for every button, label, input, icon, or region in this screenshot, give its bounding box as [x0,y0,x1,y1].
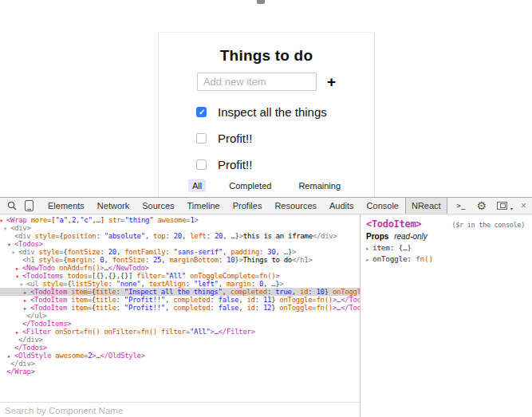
tree-row[interactable]: </div> [0,360,360,368]
tree-row[interactable]: </TodoItems> [0,320,360,328]
tab-network[interactable]: Network [91,198,136,214]
add-item-row: + [159,73,374,91]
collapse-arrow-icon[interactable]: ▾ [12,249,18,256]
collapse-arrow-icon[interactable]: ▾ [16,273,22,280]
tab-audits[interactable]: Audits [323,198,361,214]
todo-checkbox[interactable] [196,159,207,170]
expand-arrow-icon[interactable]: ▸ [8,352,14,360]
readonly-label: read-only [394,232,428,241]
collapse-arrow-icon[interactable]: ▾ [8,241,14,248]
expand-arrow-icon[interactable]: ▸ [24,289,30,296]
todo-label: Profit!! [218,132,252,145]
todo-item: Inspect all the things [196,104,374,120]
tree-row[interactable]: ▾<Wrap more=["a",2,"c",…] str="thing" aw… [0,216,360,224]
filter-all[interactable]: All [188,179,206,192]
tab-elements[interactable]: Elements [41,198,91,214]
tree-row[interactable]: ▸<OldStyle awesome=2>…</OldStyle> [0,352,360,360]
tree-row[interactable]: ▾<TodoItems todos=[{},{},{}] filter="All… [0,272,360,280]
console-drawer-icon[interactable]: >_ [457,202,466,210]
selected-component-name: <TodoItem> [366,218,421,230]
todo-checkbox[interactable] [196,133,207,144]
inspect-element-icon[interactable] [6,200,18,211]
tab-console[interactable]: Console [361,198,405,214]
dock-options-caret-icon[interactable]: ▾ [510,206,513,214]
expand-arrow-icon[interactable]: ▸ [366,246,372,252]
todo-item: Profit!! [196,130,374,146]
props-label: Props [366,232,388,241]
tree-row[interactable]: ▸<TodoItem item={title: "Profit!!", comp… [0,304,360,312]
device-mode-icon[interactable] [25,200,33,211]
props-subheader: Props read-only [366,232,526,241]
prop-rows: ▸item: {…}▸onToggle: fn() [366,243,526,263]
page: Things to do + Inspect all the thingsPro… [0,0,532,417]
expand-arrow-icon[interactable]: ▸ [24,297,30,304]
props-panel: <TodoItem> ($r in the console) Props rea… [361,214,532,417]
component-tree-panel: ▾<Wrap more=["a",2,"c",…] str="thing" aw… [0,214,361,417]
tab-nreact[interactable]: NReact [405,198,447,214]
expand-arrow-icon[interactable]: ▸ [24,305,30,312]
prop-row[interactable]: ▸item: {…} [366,243,526,252]
todo-label: Inspect all the things [218,105,327,119]
collapse-arrow-icon[interactable]: ▾ [0,217,6,224]
expand-arrow-icon[interactable]: ▸ [16,265,22,272]
prop-name: onToggle: [372,254,416,263]
tree-row[interactable]: <div style={position: "absolute", top: 2… [0,232,360,240]
devtools-body: ▾<Wrap more=["a",2,"c",…] str="thing" aw… [0,214,532,417]
gear-icon[interactable]: ⚙ [476,200,487,211]
prop-row[interactable]: ▸onToggle: fn() [366,254,526,263]
todo-checkbox[interactable] [196,107,207,117]
tree-row[interactable]: ▸<Filter onSort=fn() onFilter=fn() filte… [0,328,360,336]
expand-arrow-icon[interactable]: ▸ [366,257,372,263]
tree-row[interactable]: </ul> [0,312,360,320]
tree-row[interactable]: ▸<TodoItem item={title: "Inspect all the… [0,288,360,296]
devtools-panel: ElementsNetworkSourcesTimelineProfilesRe… [0,197,532,417]
console-hint: ($r in the console) [451,221,525,229]
tree-row[interactable]: ▸<NewTodo onAdd=fn()>…</NewTodo> [0,264,360,272]
new-item-input[interactable] [197,73,317,91]
tree-row[interactable]: ▾<Todos> [0,240,360,248]
browser-chrome-artifact [257,0,265,4]
filter-remaining[interactable]: Remaining [294,179,345,192]
devtools-toolbar: ElementsNetworkSourcesTimelineProfilesRe… [0,198,532,214]
tree-row[interactable]: ▸<TodoItem item={title: "Profit!!", comp… [0,296,360,304]
props-header: <TodoItem> ($r in the console) [366,218,526,230]
tree-row[interactable]: </div> [0,336,360,344]
collapse-arrow-icon[interactable]: ▾ [4,225,10,232]
todo-list: Inspect all the thingsProfit!!Profit!! [196,104,374,172]
tab-timeline[interactable]: Timeline [181,198,227,214]
component-tree: ▾<Wrap more=["a",2,"c",…] str="thing" aw… [0,214,360,376]
tree-row[interactable]: </Todos> [0,344,360,352]
todo-label: Profit!! [218,158,252,171]
tree-row[interactable]: ▾<div style={fontSize: 20, fontFamily: "… [0,248,360,256]
filter-completed[interactable]: Completed [225,179,275,192]
prop-name: item: [372,243,399,252]
page-title: Things to do [159,47,374,65]
tree-row[interactable]: </Wrap> [0,368,360,376]
todo-app-iframe: Things to do + Inspect all the thingsPro… [158,32,375,198]
prop-value: fn() [416,254,433,263]
dock-side-icon[interactable] [497,202,507,210]
expand-arrow-icon[interactable]: ▸ [16,328,22,336]
close-icon[interactable]: × [521,201,526,210]
add-item-button[interactable]: + [327,74,336,89]
tab-sources[interactable]: Sources [136,198,180,214]
tab-profiles[interactable]: Profiles [227,198,269,214]
prop-value: {…} [399,243,412,252]
devtools-tabs: ElementsNetworkSourcesTimelineProfilesRe… [41,198,447,214]
component-search-input[interactable] [0,403,361,417]
tab-resources[interactable]: Resources [268,198,323,214]
todo-item: Profit!! [196,156,374,172]
search-bar [0,402,361,417]
tree-row[interactable]: ▾<ul style={listStyle: "none", textAlign… [0,280,360,288]
tree-row[interactable]: <h1 style={margin: 0, fontSize: 25, marg… [0,256,360,264]
tree-row[interactable]: ▾<div> [0,224,360,232]
filter-buttons: AllCompletedRemaining [159,179,374,192]
collapse-arrow-icon[interactable]: ▾ [20,281,26,288]
